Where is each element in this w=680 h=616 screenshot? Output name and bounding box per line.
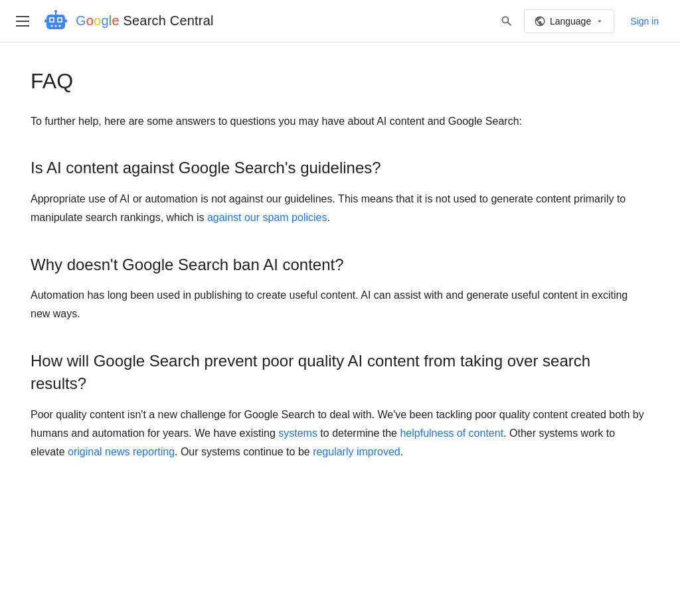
faq-item-2: Why doesn't Google Search ban AI content…	[31, 254, 649, 324]
header-left: Google Search Central	[11, 8, 495, 35]
faq-answer-3-text-5: .	[400, 446, 403, 457]
systems-link[interactable]: systems	[278, 427, 317, 439]
faq-answer-3-text-2: to determine the	[317, 427, 400, 439]
svg-rect-0	[46, 15, 65, 29]
language-button[interactable]: Language	[524, 9, 614, 33]
svg-rect-11	[65, 19, 67, 23]
faq-answer-2: Automation has long been used in publish…	[31, 286, 649, 323]
faq-answer-1: Appropriate use of AI or automation is n…	[31, 190, 649, 227]
faq-question-3: How will Google Search prevent poor qual…	[31, 350, 649, 394]
svg-point-3	[50, 18, 54, 21]
search-button[interactable]	[495, 9, 519, 33]
chevron-down-icon	[595, 17, 604, 26]
page-title: FAQ	[31, 69, 649, 94]
svg-point-7	[51, 25, 53, 27]
faq-item-1: Is AI content against Google Search's gu…	[31, 157, 649, 227]
site-logo-icon	[42, 8, 69, 35]
language-label: Language	[550, 16, 591, 27]
search-icon	[500, 15, 513, 28]
main-content: FAQ To further help, here are some answe…	[15, 42, 665, 528]
svg-point-9	[59, 25, 61, 27]
regularly-improved-link[interactable]: regularly improved	[313, 446, 400, 457]
globe-icon	[534, 15, 546, 27]
svg-point-4	[58, 18, 62, 21]
svg-point-6	[54, 10, 57, 13]
faq-answer-2-text: Automation has long been used in publish…	[31, 289, 628, 319]
faq-question-1: Is AI content against Google Search's gu…	[31, 157, 649, 179]
spam-policies-link[interactable]: against our spam policies	[207, 212, 327, 223]
intro-paragraph: To further help, here are some answers t…	[31, 112, 649, 130]
svg-point-8	[55, 25, 57, 27]
hamburger-line-2	[16, 21, 29, 22]
faq-question-2: Why doesn't Google Search ban AI content…	[31, 254, 649, 276]
hamburger-line-1	[16, 16, 29, 17]
site-header: Google Search Central Language Sign in	[0, 0, 680, 42]
sign-in-button[interactable]: Sign in	[620, 11, 669, 32]
site-logo-link[interactable]: Google Search Central	[42, 8, 214, 35]
faq-answer-1-text-2: .	[327, 212, 329, 223]
hamburger-line-3	[16, 25, 29, 27]
original-news-link[interactable]: original news reporting	[68, 446, 175, 457]
faq-answer-3-text-4: . Our systems continue to be	[175, 446, 313, 457]
hamburger-menu-button[interactable]	[11, 11, 35, 32]
google-word: Google	[76, 13, 124, 28]
helpfulness-link[interactable]: helpfulness of content	[400, 427, 503, 439]
faq-answer-3: Poor quality content isn't a new challen…	[31, 406, 649, 461]
svg-rect-10	[44, 19, 46, 23]
site-subtitle: Search Central	[124, 13, 214, 28]
site-title-text: Google Search Central	[76, 13, 214, 29]
faq-item-3: How will Google Search prevent poor qual…	[31, 350, 649, 461]
header-right: Language Sign in	[495, 9, 669, 33]
